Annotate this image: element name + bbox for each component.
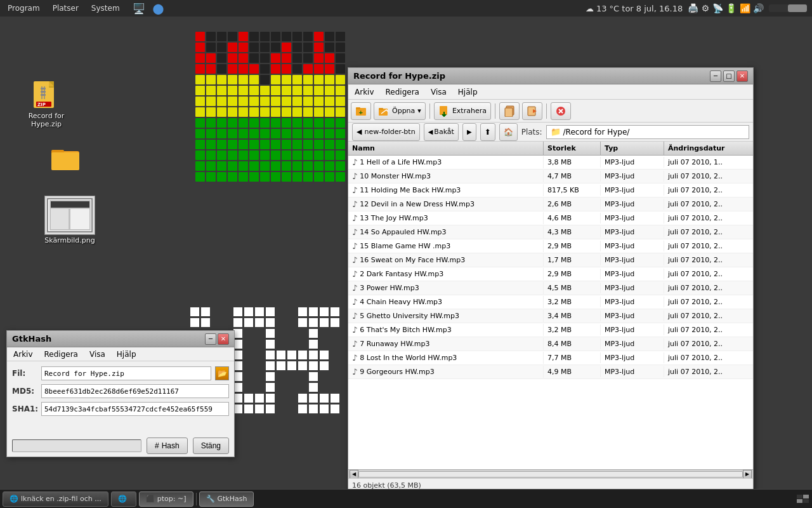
sha1-input[interactable] — [41, 402, 229, 416]
eq-cell — [336, 118, 345, 128]
nav-move-button[interactable] — [522, 102, 542, 120]
taskbar-item-zip[interactable]: 🌐 lknäck en .zip-fil och ... — [3, 491, 108, 507]
forward-button[interactable]: ▶ — [462, 123, 476, 141]
music-icon: ♪ — [352, 311, 357, 321]
table-row[interactable]: ♪ 8 Lost In the World HW.mp3 7,7 MB MP3-… — [348, 351, 753, 365]
eq-cell — [228, 129, 237, 138]
program-menu[interactable]: Program — [5, 3, 43, 14]
file-date: juli 07 2010, 2.. — [664, 255, 753, 265]
table-row[interactable]: ♪ 12 Devil in a New Dress HW.mp3 2,6 MB … — [348, 197, 753, 211]
minimize-button[interactable]: ─ — [710, 70, 721, 82]
file-date: juli 07 2010, 2.. — [664, 185, 753, 196]
taskbar-item-gtkhash[interactable]: 🔧 GtkHash — [199, 491, 254, 507]
file-name: 13 The Joy HW.mp3 — [360, 214, 428, 222]
col-size[interactable]: Storlek — [544, 142, 601, 155]
table-row[interactable]: ♪ 9 Gorgeours HW.mp3 4,9 MB MP3-ljud jul… — [348, 365, 753, 379]
eq-cell — [195, 86, 205, 95]
fm-menu-hjalp[interactable]: Hjälp — [455, 86, 480, 98]
hash-cell — [266, 383, 275, 392]
scroll-left-button[interactable]: ◀ — [350, 470, 358, 479]
gtkhash-title: GtkHash — [12, 334, 51, 344]
table-row[interactable]: ♪ 7 Runaway HW.mp3 8,4 MB MP3-ljud juli … — [348, 337, 753, 351]
table-row[interactable]: ♪ 4 Chain Heavy HW.mp3 3,2 MB MP3-ljud j… — [348, 295, 753, 309]
table-row[interactable]: ♪ 6 That's My Bitch HW.mp3 3,2 MB MP3-lj… — [348, 323, 753, 337]
table-row[interactable]: ♪ 14 So Appauled HW.mp3 4,3 MB MP3-ljud … — [348, 225, 753, 239]
col-name[interactable]: Namn — [348, 142, 544, 155]
eq-cell — [336, 75, 345, 84]
table-row[interactable]: ♪ 2 Dark Fantasy HW.mp3 2,9 MB MP3-ljud … — [348, 267, 753, 281]
table-row[interactable]: ♪ 3 Power HW.mp3 4,5 MB MP3-ljud juli 07… — [348, 281, 753, 295]
hash-cell — [255, 351, 264, 359]
close-button[interactable]: ✕ — [737, 70, 748, 82]
system-menu[interactable]: System — [89, 3, 122, 14]
eq-cell — [206, 107, 216, 117]
desktop-icon-screenshot[interactable]: Skärmbild.png — [41, 196, 98, 244]
table-row[interactable]: ♪ 5 Ghetto University HW.mp3 3,4 MB MP3-… — [348, 309, 753, 323]
eq-cell — [282, 53, 291, 63]
hash-cell — [298, 307, 307, 316]
music-icon: ♪ — [352, 325, 357, 335]
fm-menu-redigera[interactable]: Redigera — [383, 86, 422, 98]
hash-cell — [309, 361, 318, 370]
file-name-cell: ♪ 3 Power HW.mp3 — [348, 282, 544, 294]
table-row[interactable]: ♪ 11 Holding Me Back HW.mp3 817,5 KB MP3… — [348, 184, 753, 197]
file-name: 2 Dark Fantasy HW.mp3 — [360, 270, 443, 278]
hash-button[interactable]: # Hash — [147, 438, 188, 454]
table-row[interactable]: ♪ 16 Sweat on My Face HW.mp3 1,7 MB MP3-… — [348, 253, 753, 267]
close-button-gtkhash[interactable]: Stäng — [193, 438, 229, 454]
hash-cell — [298, 361, 307, 370]
table-row[interactable]: ♪ 1 Hell of a Life HW.mp3 3,8 MB MP3-lju… — [348, 156, 753, 170]
equalizer-display — [195, 32, 353, 203]
file-date: juli 07 2010, 1.. — [664, 157, 753, 168]
gh-minimize[interactable]: ─ — [205, 333, 216, 345]
fm-menu-visa[interactable]: Visa — [428, 86, 449, 98]
gh-menu-hjalp[interactable]: Hjälp — [114, 349, 139, 360]
platser-menu[interactable]: Platser — [50, 3, 81, 14]
up-button[interactable]: ⬆ — [480, 123, 495, 141]
extract-button[interactable]: Extrahera — [434, 102, 491, 120]
eq-cell — [249, 161, 259, 171]
new-folder-button[interactable]: + — [351, 102, 371, 120]
table-row[interactable]: ♪ 13 The Joy HW.mp3 4,6 MB MP3-ljud juli… — [348, 211, 753, 225]
open-button[interactable]: Öppna ▾ — [374, 102, 426, 120]
gh-menu-visa[interactable]: Visa — [87, 349, 108, 360]
md5-input[interactable] — [41, 384, 229, 398]
delete-button[interactable] — [551, 102, 571, 120]
back-button[interactable]: ◀ new-folder-btn — [352, 123, 420, 141]
back-btn-2[interactable]: ◀ Bakåt — [424, 123, 459, 141]
hash-cell — [277, 383, 285, 392]
hash-cell — [233, 307, 242, 316]
desktop-icon-zip[interactable]: ZIP Record for Hype.zip — [18, 80, 75, 128]
file-type: MP3-ljud — [601, 213, 664, 224]
eq-cell — [249, 64, 259, 74]
eq-cell — [249, 129, 259, 138]
gh-close[interactable]: ✕ — [218, 333, 229, 345]
gh-menu-arkiv[interactable]: Arkiv — [11, 349, 36, 360]
eq-cell — [303, 118, 313, 128]
gh-menu-redigera[interactable]: Redigera — [42, 349, 81, 360]
desktop-icon-folder[interactable] — [37, 144, 94, 175]
col-type[interactable]: Typ — [601, 142, 664, 155]
table-row[interactable]: ♪ 15 Blame Game HW .mp3 2,9 MB MP3-ljud … — [348, 239, 753, 253]
file-browse-button[interactable]: 📂 — [215, 366, 229, 380]
scrollbar-track[interactable] — [358, 471, 743, 478]
address-input[interactable]: 📁 /Record for Hype/ — [546, 125, 749, 139]
column-headers: Namn Storlek Typ Ändringsdatur — [348, 142, 753, 156]
horizontal-scrollbar[interactable]: ◀ ▶ — [348, 469, 753, 478]
eq-cell — [195, 97, 205, 106]
file-input[interactable] — [41, 366, 211, 380]
taskbar-item-2[interactable]: 🌐 — [111, 491, 136, 507]
svg-rect-21 — [379, 108, 383, 110]
scroll-right-button[interactable]: ▶ — [743, 470, 752, 479]
taskbar-item-terminal[interactable]: ⬛ ptop: ~] — [139, 491, 193, 507]
nav-copy-button[interactable] — [499, 102, 520, 120]
fm-menu-arkiv[interactable]: Arkiv — [352, 86, 377, 98]
hash-cell — [233, 351, 242, 359]
col-date[interactable]: Ändringsdatur — [664, 142, 753, 155]
eq-cell — [228, 150, 237, 160]
music-icon: ♪ — [352, 297, 357, 307]
maximize-button[interactable]: □ — [723, 70, 735, 82]
hash-cell — [277, 361, 285, 370]
table-row[interactable]: ♪ 10 Monster HW.mp3 4,7 MB MP3-ljud juli… — [348, 170, 753, 184]
home-button[interactable]: 🏠 — [499, 123, 518, 141]
